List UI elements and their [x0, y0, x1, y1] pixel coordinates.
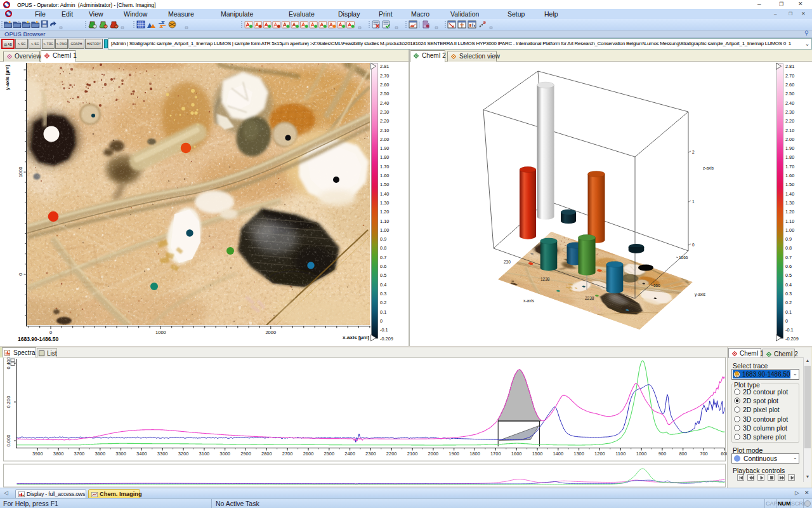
svg-text:2000: 2000 [265, 330, 276, 335]
svg-text:0.7: 0.7 [785, 255, 792, 260]
svg-text:2.60: 2.60 [380, 82, 389, 88]
svg-text:1.50: 1.50 [785, 182, 794, 187]
svg-text:1.70: 1.70 [785, 164, 794, 170]
svg-text:2600: 2600 [303, 451, 314, 457]
svg-text:2.10: 2.10 [785, 128, 794, 133]
svg-text:0.7: 0.7 [380, 255, 386, 260]
svg-text:0: 0 [18, 273, 23, 276]
svg-text:1.60: 1.60 [785, 173, 794, 178]
svg-text:2.30: 2.30 [785, 109, 794, 115]
svg-text:0.2: 0.2 [785, 300, 792, 305]
svg-text:1.40: 1.40 [785, 191, 794, 197]
svg-text:900: 900 [658, 451, 667, 457]
svg-text:1.60: 1.60 [380, 173, 389, 178]
svg-text:230: 230 [504, 260, 511, 264]
svg-text:-0.1: -0.1 [380, 327, 388, 333]
svg-text:1900: 1900 [449, 451, 459, 457]
svg-text:-0.1: -0.1 [785, 327, 794, 333]
svg-text:0.8: 0.8 [785, 245, 792, 251]
svg-text:2100: 2100 [407, 451, 418, 457]
svg-text:1.70: 1.70 [380, 164, 389, 170]
svg-text:1.10: 1.10 [380, 218, 389, 224]
svg-text:2.81: 2.81 [380, 64, 389, 69]
svg-text:x-axis: x-axis [523, 298, 535, 303]
svg-text:0.200: 0.200 [6, 396, 11, 408]
svg-text:1.20: 1.20 [785, 209, 794, 215]
svg-text:2.00: 2.00 [380, 137, 389, 142]
svg-text:1100: 1100 [615, 451, 625, 457]
svg-text:1800: 1800 [469, 451, 480, 457]
svg-text:2200: 2200 [386, 451, 397, 457]
svg-text:666: 666 [653, 283, 660, 288]
svg-text:0: 0 [785, 318, 788, 324]
svg-text:y-axis: y-axis [695, 292, 706, 297]
svg-text:1.80: 1.80 [380, 154, 389, 160]
svg-text:3200: 3200 [178, 451, 189, 457]
svg-text:2.81: 2.81 [785, 64, 794, 69]
svg-text:700: 700 [700, 451, 708, 457]
svg-text:1000: 1000 [18, 167, 23, 178]
svg-text:1.80: 1.80 [785, 154, 794, 160]
svg-text:1.90: 1.90 [380, 145, 389, 151]
svg-text:2000: 2000 [428, 451, 439, 457]
svg-text:2.70: 2.70 [380, 73, 389, 79]
svg-text:2.10: 2.10 [380, 128, 389, 133]
svg-text:x-axis [µm]: x-axis [µm] [343, 335, 369, 340]
svg-text:3500: 3500 [115, 451, 126, 457]
svg-text:3000: 3000 [219, 451, 230, 457]
svg-text:2.00: 2.00 [785, 137, 794, 142]
svg-text:2300: 2300 [365, 451, 376, 457]
svg-text:1.10: 1.10 [785, 218, 794, 224]
svg-text:z-axis: z-axis [703, 166, 714, 170]
svg-text:600: 600 [721, 451, 727, 457]
svg-text:0.000: 0.000 [6, 435, 11, 447]
svg-text:2: 2 [692, 150, 695, 154]
svg-text:1.40: 1.40 [380, 191, 389, 197]
svg-text:2400: 2400 [344, 451, 355, 457]
svg-text:-0.209: -0.209 [380, 336, 393, 342]
svg-text:0: 0 [380, 318, 383, 324]
svg-text:0: 0 [692, 243, 695, 247]
svg-text:2700: 2700 [282, 451, 293, 457]
svg-text:0.5: 0.5 [380, 272, 386, 278]
svg-text:2.40: 2.40 [785, 100, 794, 106]
svg-text:3700: 3700 [74, 451, 85, 457]
svg-text:1300: 1300 [573, 451, 584, 457]
svg-text:1500: 1500 [532, 451, 543, 457]
svg-text:1666: 1666 [679, 255, 688, 260]
svg-text:3600: 3600 [95, 451, 105, 457]
svg-text:y-axis [µm]: y-axis [µm] [4, 65, 10, 90]
svg-text:0.2: 0.2 [380, 300, 386, 305]
svg-text:1.00: 1.00 [785, 227, 794, 233]
svg-text:2.50: 2.50 [785, 91, 794, 97]
svg-text:0.1: 0.1 [380, 309, 386, 315]
svg-text:1: 1 [692, 199, 695, 204]
svg-text:0.5: 0.5 [785, 272, 792, 278]
svg-text:1000: 1000 [155, 330, 166, 335]
svg-text:2.50: 2.50 [380, 91, 389, 97]
svg-text:0.6: 0.6 [785, 264, 792, 269]
svg-text:800: 800 [679, 451, 687, 457]
svg-text:2238: 2238 [585, 296, 594, 300]
svg-text:1600: 1600 [511, 451, 522, 457]
svg-text:-0.209: -0.209 [785, 336, 799, 342]
svg-text:0: 0 [49, 330, 52, 335]
svg-text:1683.90-1486.50: 1683.90-1486.50 [18, 336, 59, 342]
svg-text:2800: 2800 [261, 451, 272, 457]
svg-text:3800: 3800 [53, 451, 64, 457]
svg-text:0.3: 0.3 [380, 291, 386, 297]
svg-text:1.20: 1.20 [380, 209, 389, 215]
svg-text:3900: 3900 [32, 451, 43, 457]
svg-text:2900: 2900 [240, 451, 251, 457]
svg-text:3400: 3400 [136, 451, 147, 457]
svg-text:1.30: 1.30 [785, 200, 794, 206]
svg-text:0.400: 0.400 [6, 358, 11, 369]
svg-text:3300: 3300 [157, 451, 168, 457]
svg-text:1238: 1238 [540, 277, 550, 281]
svg-text:0.8: 0.8 [380, 245, 386, 251]
svg-text:0.3: 0.3 [785, 291, 792, 297]
svg-text:1.00: 1.00 [380, 227, 389, 233]
svg-text:1000: 1000 [636, 451, 647, 457]
svg-text:1.30: 1.30 [380, 200, 389, 206]
svg-text:2.40: 2.40 [380, 100, 389, 106]
